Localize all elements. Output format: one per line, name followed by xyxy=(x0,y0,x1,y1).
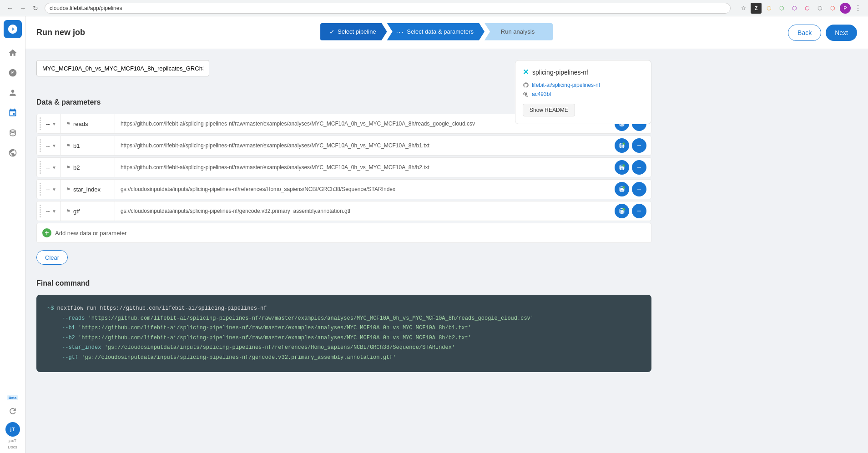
param-name: b2 xyxy=(73,164,80,171)
step-2-dots-icon: ··· xyxy=(396,28,404,35)
param-select-3[interactable]: -- - xyxy=(46,186,50,193)
param-remove-button-3[interactable] xyxy=(632,182,646,196)
ext-icon-6[interactable]: ⬡ xyxy=(827,3,838,14)
cmd-line: --gtf 'gs://cloudosinputdata/inputs/spli… xyxy=(47,353,641,363)
param-drag-handle[interactable] xyxy=(37,139,42,152)
app-layout: Beta jT jaxT Docs Run new job ✓ Select p… xyxy=(0,16,868,453)
drag-dot xyxy=(40,120,41,121)
param-db-button-2[interactable]: + xyxy=(615,160,629,175)
pipeline-commit-row: ac493bf xyxy=(523,91,644,97)
param-select-2[interactable]: -- - xyxy=(46,164,50,171)
sidebar-item-users[interactable] xyxy=(4,84,22,102)
sidebar-item-globe[interactable] xyxy=(4,144,22,162)
page-title: Run new job xyxy=(36,28,85,37)
add-param-row[interactable]: + Add new data or parameter xyxy=(36,223,651,243)
minus-icon xyxy=(636,208,642,214)
drag-dot xyxy=(40,163,41,165)
command-base-line: ~$ nextflow run https://github.com/lifeb… xyxy=(47,304,641,314)
param-db-button-4[interactable]: + xyxy=(615,204,629,218)
drag-dot xyxy=(40,124,41,126)
param-db-button-1[interactable]: + xyxy=(615,138,629,153)
user-avatar-browser[interactable]: P xyxy=(840,3,851,14)
ext-icon-5[interactable]: ⬡ xyxy=(814,3,825,14)
step-3-label: Run analysis xyxy=(501,28,535,35)
cmd-value-text: 'gs://cloudosinputdata/inputs/splicing-p… xyxy=(81,354,396,361)
refresh-nav-button[interactable]: ↻ xyxy=(30,3,41,14)
job-name-input[interactable] xyxy=(36,60,209,76)
param-drag-handle[interactable] xyxy=(37,161,42,174)
param-select-wrap: -- - ▼ xyxy=(42,136,61,155)
param-name: star_index xyxy=(73,186,101,193)
dropdown-arrow-icon: ▼ xyxy=(52,209,56,214)
sidebar-item-data[interactable] xyxy=(4,124,22,142)
dropdown-arrow-icon: ▼ xyxy=(52,187,56,192)
next-button[interactable]: Next xyxy=(826,25,857,41)
home-icon xyxy=(8,48,17,57)
minus-icon xyxy=(636,164,642,171)
content-area: ✕ splicing-pipelines-nf lifebit-ai/splic… xyxy=(25,49,662,383)
param-actions: + xyxy=(610,138,651,153)
param-drag-handle[interactable] xyxy=(37,183,42,196)
database-icon xyxy=(8,128,17,137)
menu-icon[interactable]: ⋮ xyxy=(853,3,863,14)
param-drag-handle[interactable] xyxy=(37,117,42,130)
star-icon[interactable]: ☆ xyxy=(738,3,749,14)
sidebar-item-pipelines[interactable] xyxy=(4,104,22,122)
db-icon: + xyxy=(618,142,626,149)
param-name: gtf xyxy=(73,208,80,215)
pipeline-card-close-icon[interactable]: ✕ xyxy=(523,68,529,76)
db-icon: + xyxy=(618,186,626,193)
param-remove-button-2[interactable] xyxy=(632,160,646,175)
param-select-1[interactable]: -- - xyxy=(46,142,50,149)
sidebar-item-home[interactable] xyxy=(4,44,22,62)
forward-nav-button[interactable]: → xyxy=(17,3,28,14)
drag-dot xyxy=(40,183,41,184)
address-bar[interactable]: cloudos.lifebit.ai/app/pipelines xyxy=(45,3,731,14)
ext-icon-4[interactable]: ⬡ xyxy=(802,3,812,14)
back-button[interactable]: Back xyxy=(788,25,821,41)
avatar[interactable]: jT xyxy=(5,422,20,437)
drag-dot xyxy=(40,170,41,171)
header-actions: Back Next xyxy=(788,25,857,41)
drag-dot xyxy=(40,139,41,141)
back-nav-button[interactable]: ← xyxy=(5,3,15,14)
refresh-icon xyxy=(8,407,17,416)
step-1-shape: ✓ Select pipeline xyxy=(320,23,387,40)
browser-nav: ← → ↻ xyxy=(5,3,41,14)
cmd-lines-container: --reads 'https://github.com/lifebit-ai/s… xyxy=(47,314,641,363)
dropdown-arrow-icon: ▼ xyxy=(52,121,56,126)
step-1-check-icon: ✓ xyxy=(329,28,335,35)
param-actions: + xyxy=(610,160,651,175)
clear-button[interactable]: Clear xyxy=(36,250,68,265)
browser-icons: ☆ Z ⬡ ⬡ ⬡ ⬡ ⬡ ⬡ P ⋮ xyxy=(738,3,863,14)
cmd-value-text: 'gs://cloudosinputdata/inputs/splicing-p… xyxy=(105,344,455,351)
param-remove-button-1[interactable] xyxy=(632,138,646,153)
param-drag-handle[interactable] xyxy=(37,205,42,217)
drag-dot xyxy=(40,129,41,130)
add-param-text: Add new data or parameter xyxy=(55,230,127,237)
sidebar-item-launch[interactable] xyxy=(4,64,22,82)
dropdown-arrow-icon: ▼ xyxy=(52,165,56,170)
drag-dot xyxy=(40,214,41,215)
param-row: -- - ▼ ⚑ gtf gs://cloudosinputdata/input… xyxy=(36,201,651,221)
pipeline-card-name: splicing-pipelines-nf xyxy=(532,69,588,76)
z-icon[interactable]: Z xyxy=(751,3,762,14)
pipeline-commit-link[interactable]: ac493bf xyxy=(532,91,551,97)
param-select-4[interactable]: -- - xyxy=(46,208,50,215)
sidebar-item-refresh[interactable] xyxy=(4,402,22,420)
param-name-cell: ⚑ b1 xyxy=(61,136,115,155)
drag-dot xyxy=(40,205,41,206)
final-command-title: Final command xyxy=(36,279,651,287)
param-select-wrap: -- - ▼ xyxy=(42,201,61,221)
pipeline-github-link[interactable]: lifebit-ai/splicing-pipelines-nf xyxy=(532,82,600,88)
ext-icon-1[interactable]: ⬡ xyxy=(763,3,774,14)
show-readme-button[interactable]: Show README xyxy=(523,104,575,116)
app-logo[interactable] xyxy=(4,20,22,38)
step-1-label: Select pipeline xyxy=(338,28,376,35)
ext-icon-2[interactable]: ⬡ xyxy=(776,3,787,14)
param-select-0[interactable]: -- - xyxy=(46,121,50,127)
param-remove-button-4[interactable] xyxy=(632,204,646,218)
ext-icon-3[interactable]: ⬡ xyxy=(789,3,800,14)
param-name-cell: ⚑ reads xyxy=(61,114,115,133)
param-db-button-3[interactable]: + xyxy=(615,182,629,196)
